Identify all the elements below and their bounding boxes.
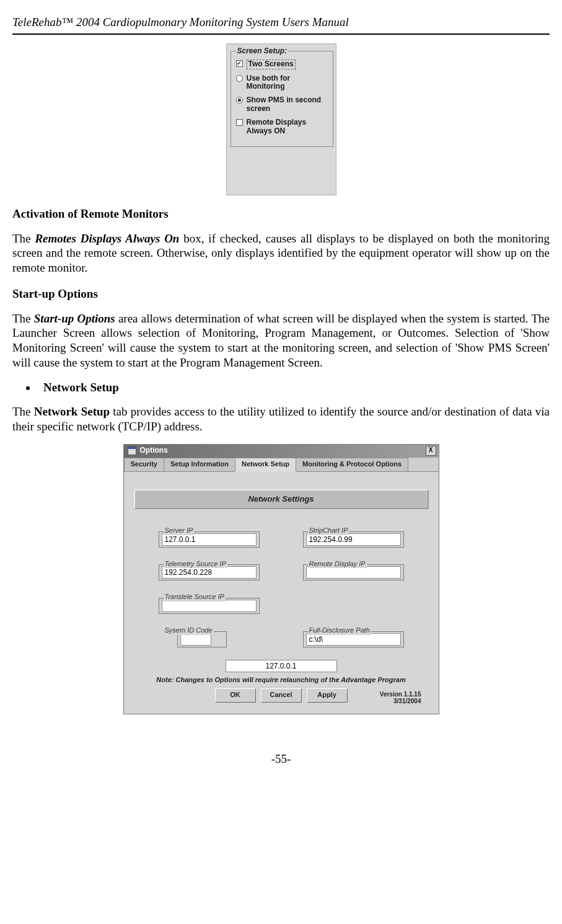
tab-bar: Security Setup Information Network Setup… — [124, 458, 439, 472]
field-telemetry-ip: Telemetry Source IP — [159, 556, 260, 581]
strong-network-setup: Network Setup — [34, 405, 110, 418]
section-activation-title: Activation of Remote Monitors — [12, 207, 550, 221]
option-show-pms-label: Show PMS in second screen — [247, 96, 329, 113]
screen-setup-figure: Screen Setup: ✔ Two Screens Use both for… — [12, 43, 550, 195]
label-sysem-id: Sysem ID Code — [164, 626, 214, 635]
checkbox-icon[interactable] — [236, 119, 243, 126]
field-stripchart-ip: StripChart IP — [303, 523, 404, 548]
center-ip-field — [134, 660, 429, 672]
input-full-disclosure[interactable] — [306, 633, 401, 646]
field-full-disclosure: Full-Disclosure Path — [303, 623, 404, 647]
label-stripchart-ip: StripChart IP — [308, 526, 349, 535]
tab-security[interactable]: Security — [124, 458, 164, 471]
dialog-body: Network Settings Server IP StripChart IP… — [124, 472, 439, 714]
input-stripchart-ip[interactable] — [306, 533, 401, 546]
options-dialog-figure: Options X Security Setup Information Net… — [12, 444, 550, 714]
radio-icon[interactable] — [236, 97, 243, 104]
para-remote-displays: The Remotes Displays Always On box, if c… — [12, 231, 550, 275]
option-use-both-label: Use both for Monitoring — [247, 74, 329, 92]
label-transtele-ip: Transtele Source IP — [164, 593, 226, 602]
emphasis-remotes-displays: Remotes Displays Always On — [35, 232, 179, 245]
input-remote-display-ip[interactable] — [306, 566, 401, 579]
field-spacer — [303, 589, 404, 614]
ok-button[interactable]: OK — [215, 688, 256, 703]
emphasis-startup-options: Start-up Options — [34, 312, 115, 325]
input-transtele-ip[interactable] — [162, 600, 257, 612]
bullet-network-setup: Network Setup — [37, 380, 550, 395]
close-button[interactable]: X — [426, 446, 436, 456]
label-full-disclosure: Full-Disclosure Path — [308, 626, 371, 635]
text: The — [12, 405, 34, 418]
option-remote-always-label: Remote Displays Always ON — [247, 118, 329, 136]
version-text: Version 1.1.15 — [380, 691, 421, 698]
input-server-ip[interactable] — [162, 533, 257, 546]
para-startup-options: The Start-up Options area allows determi… — [12, 311, 550, 370]
version-block: Version 1.1.15 3/31/2004 — [380, 691, 421, 705]
form-icon — [128, 446, 136, 455]
input-telemetry-ip[interactable] — [162, 566, 257, 579]
section-startup-title: Start-up Options — [12, 287, 550, 301]
option-two-screens-row: ✔ Two Screens — [236, 60, 329, 69]
screen-setup-groupbox: Screen Setup: ✔ Two Screens Use both for… — [226, 43, 336, 195]
text: The — [12, 232, 35, 245]
option-remote-always-row: Remote Displays Always ON — [236, 118, 329, 136]
tab-network-setup[interactable]: Network Setup — [235, 458, 296, 471]
tab-monitoring-protocol[interactable]: Monitoring & Protocol Options — [296, 458, 408, 471]
apply-button[interactable]: Apply — [307, 688, 348, 703]
text: The — [12, 312, 34, 325]
bullet-list: Network Setup — [37, 380, 550, 395]
page-number: -55- — [12, 752, 550, 766]
page-header: TeleRehab™ 2004 Cardiopulmonary Monitori… — [12, 15, 550, 30]
label-telemetry-ip: Telemetry Source IP — [164, 560, 227, 569]
header-rule — [12, 33, 550, 35]
options-dialog: Options X Security Setup Information Net… — [123, 444, 439, 714]
radio-icon[interactable] — [236, 75, 243, 82]
section-band-network-settings: Network Settings — [134, 489, 429, 509]
titlebar-title: Options — [128, 446, 168, 455]
field-sysem-id: Sysem ID Code — [159, 623, 260, 647]
screen-setup-legend: Screen Setup: — [236, 47, 289, 56]
dialog-button-row: OK Cancel Apply Version 1.1.15 3/31/2004 — [134, 685, 429, 709]
dialog-title-text: Options — [140, 446, 168, 455]
label-server-ip: Server IP — [164, 526, 195, 535]
footer-note: Note: Changes to Options will require re… — [134, 676, 429, 685]
option-show-pms-row: Show PMS in second screen — [236, 96, 329, 113]
label-remote-display-ip: Remote Display IP — [308, 560, 367, 569]
screen-setup-fieldset: Screen Setup: ✔ Two Screens Use both for… — [231, 47, 333, 148]
para-network-setup: The Network Setup tab provides access to… — [12, 404, 550, 434]
option-two-screens-label: Two Screens — [247, 60, 296, 69]
field-remote-display-ip: Remote Display IP — [303, 556, 404, 581]
option-use-both-row: Use both for Monitoring — [236, 74, 329, 92]
field-transtele-ip: Transtele Source IP — [159, 589, 260, 614]
tab-setup-information[interactable]: Setup Information — [164, 458, 235, 471]
checkbox-icon[interactable]: ✔ — [236, 60, 243, 67]
input-sysem-id[interactable] — [180, 633, 211, 646]
cancel-button[interactable]: Cancel — [261, 688, 302, 703]
field-grid: Server IP StripChart IP Telemetry Source… — [134, 523, 429, 647]
field-server-ip: Server IP — [159, 523, 260, 548]
version-date: 3/31/2004 — [380, 698, 421, 705]
titlebar: Options X — [124, 445, 439, 458]
input-center-ip[interactable] — [226, 660, 337, 672]
